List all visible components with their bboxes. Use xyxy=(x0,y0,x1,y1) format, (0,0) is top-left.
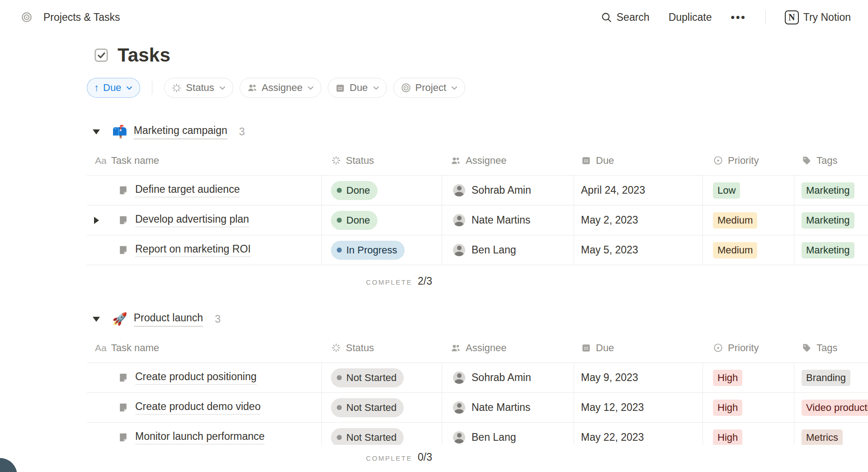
column-header-priority[interactable]: Priority xyxy=(703,333,794,362)
group-title-link[interactable]: Product launch xyxy=(134,312,203,327)
filter-chip-due[interactable]: Due xyxy=(328,78,387,98)
sort-chip-due[interactable]: ↑ Due xyxy=(87,78,140,98)
task-name-cell[interactable]: Create product positioning xyxy=(87,363,322,392)
assignee-cell[interactable]: Sohrab Amin xyxy=(442,363,574,392)
group-count: 3 xyxy=(239,126,245,138)
mailbox-emoji-icon: 📫 xyxy=(112,126,127,138)
due-cell[interactable]: May 9, 2023 xyxy=(574,363,703,392)
priority-cell[interactable]: High xyxy=(703,363,794,392)
chevron-down-icon xyxy=(373,86,379,90)
column-header-tags[interactable]: Tags xyxy=(794,146,868,175)
assignee-cell[interactable]: Ben Lang xyxy=(442,235,574,265)
group-title-link[interactable]: Marketing campaign xyxy=(134,124,227,139)
group-product-launch: 🚀 Product launch 3 Aa Task name Status xyxy=(87,311,868,453)
complete-value: 2/3 xyxy=(418,275,432,287)
priority-tag: Medium xyxy=(713,212,757,229)
column-header-priority[interactable]: Priority xyxy=(703,146,794,175)
text-type-icon: Aa xyxy=(95,343,107,353)
group-aggregate[interactable]: COMPLETE 0/3 xyxy=(87,445,442,472)
status-cell[interactable]: Done xyxy=(322,205,442,235)
column-header-task-name[interactable]: Aa Task name xyxy=(87,333,322,362)
column-header-status[interactable]: Status xyxy=(322,333,442,362)
rocket-emoji-icon: 🚀 xyxy=(112,313,127,325)
status-label: Not Started xyxy=(346,372,396,384)
collapse-toggle-icon[interactable] xyxy=(90,126,102,138)
column-label: Status xyxy=(346,155,374,167)
task-page-link[interactable]: Define target audience xyxy=(135,183,240,197)
due-cell[interactable]: May 12, 2023 xyxy=(574,393,703,422)
status-label: Done xyxy=(346,185,370,196)
assignee-cell[interactable]: Nate Martins xyxy=(442,393,574,422)
due-cell[interactable]: May 5, 2023 xyxy=(574,235,703,265)
filter-chip-status[interactable]: Status xyxy=(164,78,233,98)
page-icon xyxy=(118,372,129,383)
breadcrumb[interactable]: Projects & Tasks xyxy=(21,11,120,24)
priority-cell[interactable]: High xyxy=(703,393,794,422)
due-cell[interactable]: May 2, 2023 xyxy=(574,205,703,235)
collapse-toggle-icon[interactable] xyxy=(90,313,102,325)
filter-chip-assignee[interactable]: Assignee xyxy=(240,78,322,98)
status-pill: In Progress xyxy=(331,241,405,260)
task-page-link[interactable]: Develop advertising plan xyxy=(135,213,249,227)
status-cell[interactable]: Not Started xyxy=(322,363,442,392)
column-header-status[interactable]: Status xyxy=(322,146,442,175)
column-header-assignee[interactable]: Assignee xyxy=(442,146,574,175)
due-cell[interactable]: April 24, 2023 xyxy=(574,176,703,205)
group-count: 3 xyxy=(215,313,221,325)
task-name-cell[interactable]: Report on marketing ROI xyxy=(87,235,322,265)
tags-cell[interactable]: Marketing xyxy=(794,235,868,265)
page-icon xyxy=(118,244,129,256)
page-title[interactable]: Tasks xyxy=(118,44,170,66)
chevron-down-icon xyxy=(451,86,458,90)
task-page-link[interactable]: Report on marketing ROI xyxy=(135,243,251,257)
page-icon xyxy=(118,215,129,226)
column-header-tags[interactable]: Tags xyxy=(794,333,868,362)
search-icon xyxy=(601,12,612,23)
try-notion-label: Try Notion xyxy=(803,11,851,24)
search-button[interactable]: Search xyxy=(601,11,650,24)
task-page-link[interactable]: Monitor launch performance xyxy=(135,430,264,444)
task-name-cell[interactable]: Create product demo video xyxy=(87,393,322,422)
filter-chip-project[interactable]: Project xyxy=(393,78,465,98)
assignee-name: Nate Martins xyxy=(472,401,530,414)
status-cell[interactable]: Done xyxy=(322,176,442,205)
row-expand-toggle[interactable] xyxy=(94,217,118,224)
assignee-cell[interactable]: Nate Martins xyxy=(442,205,574,235)
filter-chip-label: Due xyxy=(349,82,368,94)
try-notion-button[interactable]: N Try Notion xyxy=(785,10,851,24)
tags-cell[interactable]: Video production xyxy=(794,393,868,422)
page-icon xyxy=(118,402,129,413)
more-menu-button[interactable]: ••• xyxy=(731,11,746,24)
tags-cell[interactable]: Marketing xyxy=(794,176,868,205)
column-header-due[interactable]: Due xyxy=(574,146,703,175)
due-date: May 9, 2023 xyxy=(581,372,638,384)
task-page-link[interactable]: Create product positioning xyxy=(135,371,257,385)
tags-cell[interactable]: Branding xyxy=(794,363,868,392)
avatar xyxy=(453,214,465,226)
duplicate-button[interactable]: Duplicate xyxy=(669,11,712,24)
column-header-assignee[interactable]: Assignee xyxy=(442,333,574,362)
tags-cell[interactable]: Marketing xyxy=(794,205,868,235)
column-header-due[interactable]: Due xyxy=(574,333,703,362)
priority-cell[interactable]: Medium xyxy=(703,205,794,235)
priority-tag: Medium xyxy=(713,242,757,258)
status-dot-icon xyxy=(337,435,342,440)
assignee-cell[interactable]: Sohrab Amin xyxy=(442,176,574,205)
task-name-cell[interactable]: Develop advertising plan xyxy=(87,205,322,235)
assignee-name: Ben Lang xyxy=(472,244,516,256)
priority-cell[interactable]: Low xyxy=(703,176,794,205)
filter-divider xyxy=(152,81,152,95)
status-cell[interactable]: In Progress xyxy=(322,235,442,265)
task-name-cell[interactable]: Define target audience xyxy=(87,176,322,205)
status-cell[interactable]: Not Started xyxy=(322,393,442,422)
duplicate-label: Duplicate xyxy=(669,11,712,24)
group-aggregate[interactable]: COMPLETE 2/3 xyxy=(87,265,442,297)
task-page-link[interactable]: Create product demo video xyxy=(135,400,260,415)
priority-cell[interactable]: Medium xyxy=(703,235,794,265)
status-dot-icon xyxy=(337,248,342,253)
table-row: Create product demo video Not Started Na… xyxy=(87,393,868,423)
avatar xyxy=(453,401,465,414)
due-date: May 5, 2023 xyxy=(581,244,638,256)
column-header-task-name[interactable]: Aa Task name xyxy=(87,146,322,175)
assignee-name: Ben Lang xyxy=(472,431,516,443)
